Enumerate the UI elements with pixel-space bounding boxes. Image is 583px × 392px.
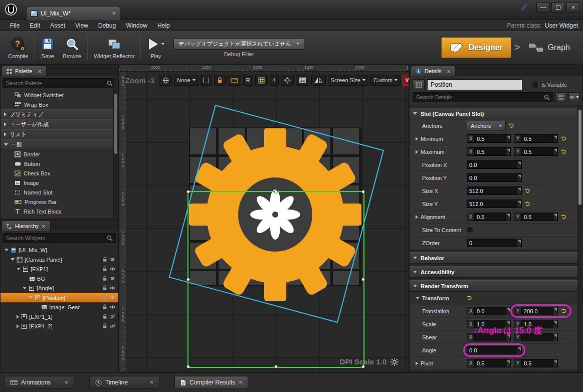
details-scrollbar[interactable]: [577, 105, 582, 371]
hierarchy-item-canvas-panel[interactable]: [Canvas Panel]: [1, 255, 118, 264]
selection-box[interactable]: [187, 191, 364, 368]
palette-category-category-2[interactable]: プリミティブ: [1, 109, 118, 119]
menu-file[interactable]: File: [5, 21, 25, 30]
selection-handle[interactable]: [186, 365, 190, 368]
is-variable-checkbox[interactable]: [532, 82, 538, 88]
reset-to-default-icon[interactable]: [525, 188, 530, 193]
spinner-icon[interactable]: [506, 307, 510, 315]
palette-item-widget-switcher[interactable]: Widget Switcher: [1, 90, 118, 100]
eye-slash-icon[interactable]: [109, 324, 116, 328]
tab-animations[interactable]: Animations ×: [4, 376, 74, 389]
maximum-y-field[interactable]: Y0.5: [514, 147, 558, 156]
eye-icon[interactable]: [109, 257, 116, 262]
size-to-content-checkbox[interactable]: [467, 227, 473, 233]
position-x-field[interactable]: 0.0: [467, 160, 522, 169]
expander-icon[interactable]: [4, 112, 7, 116]
palette-category-category-4[interactable]: リスト: [1, 129, 118, 139]
reset-to-default-icon[interactable]: [561, 308, 566, 314]
eye-slash-icon[interactable]: [109, 314, 116, 319]
screen-size-dropdown[interactable]: Screen Size: [328, 75, 368, 86]
maximize-button[interactable]: [551, 3, 565, 13]
panel-close-icon[interactable]: ×: [42, 223, 46, 230]
expander-icon[interactable]: [17, 268, 21, 270]
reset-to-default-icon[interactable]: [509, 123, 514, 128]
tab-close-icon[interactable]: ×: [112, 10, 116, 17]
expander-icon[interactable]: [416, 361, 418, 365]
palette-item-border[interactable]: Border: [1, 149, 118, 159]
spinner-icon[interactable]: [553, 320, 557, 328]
palette-item-rich-text-block[interactable]: Rich Text Block: [1, 207, 118, 216]
spinner-icon[interactable]: [553, 213, 557, 221]
hierarchy-item-exp1-1[interactable]: [EXP1_1]: [1, 312, 118, 321]
browse-button[interactable]: Browse: [59, 36, 85, 59]
lock-open-icon[interactable]: [102, 323, 107, 329]
feather-notification-icon[interactable]: [520, 3, 529, 12]
menu-view[interactable]: View: [70, 21, 93, 30]
palette-category-category-5[interactable]: 一般: [1, 139, 118, 149]
spinner-icon[interactable]: [553, 307, 557, 315]
eye-icon[interactable]: [109, 286, 116, 290]
lock-open-icon[interactable]: [102, 276, 107, 281]
expander-icon[interactable]: [17, 315, 19, 319]
flag-dropdown[interactable]: None: [174, 75, 198, 86]
panel-close-icon[interactable]: ×: [239, 379, 242, 386]
expander-icon[interactable]: [29, 296, 33, 299]
spinner-icon[interactable]: [506, 135, 510, 142]
lock-open-icon[interactable]: [102, 295, 107, 300]
expander-icon[interactable]: [23, 287, 27, 289]
menu-window[interactable]: Window: [121, 21, 152, 30]
save-button[interactable]: Save: [37, 36, 59, 59]
eye-icon[interactable]: [109, 295, 116, 300]
section-render-transform[interactable]: Render Transform: [410, 280, 582, 292]
palette-item-button[interactable]: Button: [1, 159, 118, 168]
subheader-transform[interactable]: Transform: [410, 292, 582, 305]
parent-class-value[interactable]: User Widget: [545, 22, 578, 29]
expander-icon[interactable]: [17, 324, 19, 328]
expander-icon[interactable]: [4, 122, 7, 126]
spinner-icon[interactable]: [517, 346, 521, 354]
spinner-icon[interactable]: [553, 135, 557, 142]
spinner-icon[interactable]: [517, 161, 521, 168]
view-options-button[interactable]: [568, 92, 579, 102]
palette-item-named-slot[interactable]: Named Slot: [1, 187, 118, 197]
palette-category-category-3[interactable]: ユーザーが作成: [1, 119, 118, 129]
width-field[interactable]: Width: [403, 75, 409, 86]
expander-icon[interactable]: [416, 215, 418, 219]
palette-item-check-box[interactable]: Check Box: [1, 168, 118, 178]
hierarchy-item-bg[interactable]: BG: [1, 274, 118, 283]
minimum-x-field[interactable]: X0.5: [467, 134, 511, 143]
preview-background-button[interactable]: [296, 75, 309, 86]
expander-icon[interactable]: [416, 150, 418, 154]
minimize-button[interactable]: —: [536, 3, 550, 13]
graph-mode-button[interactable]: Graph: [523, 42, 575, 53]
hierarchy-search-input[interactable]: [6, 235, 104, 241]
alignment-y-field[interactable]: Y0.5: [514, 213, 558, 221]
reset-to-default-icon[interactable]: [561, 214, 566, 220]
size-y-field[interactable]: 512.0: [467, 200, 522, 208]
flip-preview-button[interactable]: [311, 75, 326, 86]
designer-mode-button[interactable]: Designer: [441, 37, 511, 58]
spinner-icon[interactable]: [506, 359, 510, 367]
reset-to-default-icon[interactable]: [561, 136, 566, 141]
menu-asset[interactable]: Asset: [45, 21, 70, 30]
selection-handle[interactable]: [274, 190, 278, 193]
transform-mode-button[interactable]: [281, 75, 294, 86]
panel-close-icon[interactable]: ×: [447, 68, 451, 75]
hierarchy-item-angle[interactable]: [Angle]: [1, 283, 118, 293]
tab-timeline[interactable]: Timeline ×: [89, 376, 159, 389]
section-accessibility[interactable]: Accessibility: [410, 266, 582, 278]
hierarchy-item-position[interactable]: [Position]: [1, 293, 118, 302]
spinner-icon[interactable]: [553, 359, 557, 367]
close-button[interactable]: ×: [566, 3, 580, 13]
translation-y-field[interactable]: Y200.0: [514, 307, 558, 315]
anchors-dropdown[interactable]: Anchors: [467, 121, 506, 130]
position-y-field[interactable]: 0.0: [467, 173, 522, 182]
palette-search-input[interactable]: [6, 80, 104, 86]
palette-item-image[interactable]: Image: [1, 178, 118, 187]
widget-name-input[interactable]: Position: [427, 79, 522, 90]
pivot-x-field[interactable]: X0.5: [467, 359, 511, 367]
spinner-icon[interactable]: [517, 239, 521, 247]
size-x-field[interactable]: 512.0: [467, 186, 522, 195]
expander-icon[interactable]: [5, 249, 9, 251]
respect-locks-button[interactable]: R: [243, 75, 253, 86]
